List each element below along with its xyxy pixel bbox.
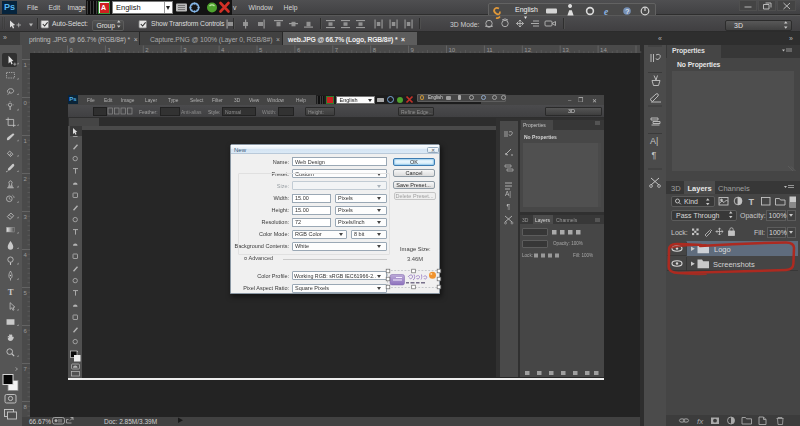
svg-text:2: 2 [24,176,28,182]
svg-text:6: 6 [24,328,28,334]
svg-text:8: 8 [373,47,377,53]
svg-text:7: 7 [24,366,28,372]
svg-text:fx: fx [697,417,704,426]
svg-text:A|: A| [650,136,658,146]
svg-text:2: 2 [145,47,149,53]
svg-text:5: 5 [259,47,263,53]
svg-text:13: 13 [562,47,569,53]
svg-text:5: 5 [24,290,28,296]
svg-text:10: 10 [449,47,456,53]
svg-text:3: 3 [24,214,28,220]
svg-text:e: e [604,7,609,17]
svg-text:?: ? [625,8,629,15]
svg-text:¶: ¶ [652,150,657,160]
svg-text:8: 8 [24,404,28,410]
svg-text:4: 4 [221,47,225,53]
svg-text:7: 7 [335,47,339,53]
svg-text:»: » [789,35,793,42]
svg-text:6: 6 [297,47,301,53]
svg-text:»: » [3,34,7,41]
svg-text:12: 12 [524,47,531,53]
svg-text:9: 9 [411,47,415,53]
svg-text:4: 4 [24,252,28,258]
svg-text:0: 0 [70,47,74,53]
svg-text:1: 1 [24,62,28,68]
svg-text:0: 0 [24,100,28,106]
svg-text:1: 1 [24,138,28,144]
svg-text:1: 1 [107,47,111,53]
svg-text:11: 11 [486,47,493,53]
svg-text:3: 3 [183,47,187,53]
svg-text:T: T [8,287,14,297]
svg-text:14: 14 [600,47,607,53]
svg-text:T: T [749,197,755,207]
svg-text:«: « [658,35,662,42]
